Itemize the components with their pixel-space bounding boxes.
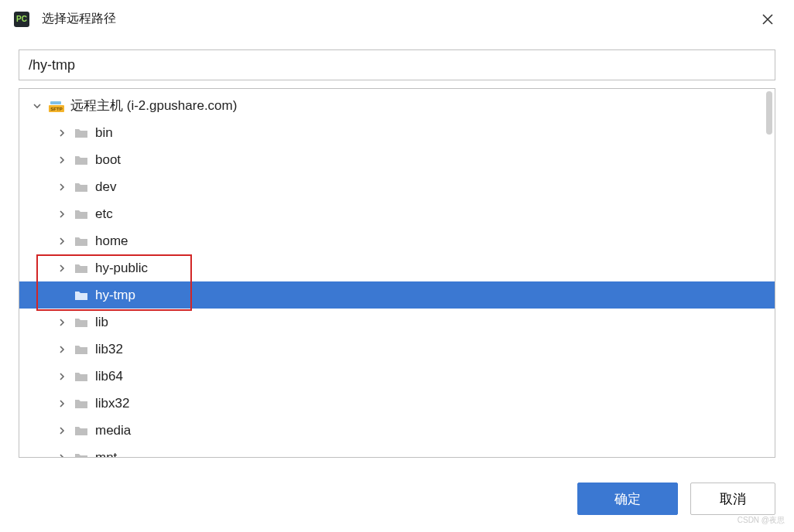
close-icon bbox=[762, 14, 773, 25]
cancel-button[interactable]: 取消 bbox=[690, 483, 775, 515]
tree-root-label: 远程主机 (i-2.gpushare.com) bbox=[70, 97, 237, 114]
tree-item-lib32[interactable]: lib32 bbox=[19, 336, 775, 363]
folder-icon bbox=[74, 126, 89, 140]
tree-item-lib[interactable]: lib bbox=[19, 309, 775, 336]
svg-text:SFTP: SFTP bbox=[50, 107, 62, 111]
folder-icon bbox=[74, 153, 89, 167]
button-bar: 确定 取消 bbox=[577, 483, 775, 515]
folder-icon bbox=[74, 451, 89, 458]
tree-item-label: etc bbox=[95, 206, 113, 222]
chevron-right-icon[interactable] bbox=[55, 234, 69, 248]
chevron-right-icon[interactable] bbox=[55, 153, 69, 167]
tree-item-libx32[interactable]: libx32 bbox=[19, 390, 775, 417]
path-input-container bbox=[19, 49, 775, 80]
tree-item-etc[interactable]: etc bbox=[19, 200, 775, 227]
chevron-right-icon[interactable] bbox=[55, 370, 69, 384]
tree-item-media[interactable]: media bbox=[19, 417, 775, 444]
tree-item-label: lib bbox=[95, 315, 108, 330]
tree-item-label: dev bbox=[95, 179, 116, 195]
sftp-icon: SFTP bbox=[49, 99, 64, 113]
scrollbar[interactable] bbox=[763, 90, 774, 456]
chevron-down-icon[interactable] bbox=[30, 99, 44, 113]
chevron-right-icon[interactable] bbox=[55, 451, 69, 458]
folder-icon bbox=[74, 424, 89, 438]
chevron-right-icon[interactable] bbox=[55, 424, 69, 438]
tree-item-label: lib32 bbox=[95, 342, 123, 357]
folder-icon bbox=[74, 207, 89, 221]
svg-rect-0 bbox=[50, 101, 61, 104]
tree-item-label: mnt bbox=[95, 450, 117, 458]
path-input[interactable] bbox=[19, 49, 775, 80]
folder-icon bbox=[74, 370, 89, 384]
tree-item-boot[interactable]: boot bbox=[19, 146, 775, 173]
chevron-right-icon[interactable] bbox=[55, 315, 69, 329]
tree-item-bin[interactable]: bin bbox=[19, 119, 775, 146]
tree-item-label: bin bbox=[95, 125, 113, 141]
tree-item-label: media bbox=[95, 423, 131, 438]
title-bar: PC 选择远程路径 bbox=[0, 0, 794, 39]
folder-icon bbox=[74, 288, 89, 302]
chevron-right-icon[interactable] bbox=[55, 343, 69, 356]
folder-icon bbox=[74, 234, 89, 248]
folder-icon bbox=[74, 343, 89, 356]
tree-item-hy-tmp[interactable]: hy-tmp bbox=[19, 281, 775, 309]
tree-item-label: boot bbox=[95, 152, 121, 168]
tree-item-label: libx32 bbox=[95, 396, 129, 411]
tree-container: SFTP 远程主机 (i-2.gpushare.com) binbootdeve… bbox=[19, 88, 775, 458]
folder-icon bbox=[74, 315, 89, 329]
tree-item-lib64[interactable]: lib64 bbox=[19, 363, 775, 390]
tree-item-hy-public[interactable]: hy-public bbox=[19, 254, 775, 281]
chevron-right-icon[interactable] bbox=[55, 261, 69, 275]
watermark: CSDN @夜思 bbox=[738, 515, 785, 526]
tree-item-label: hy-tmp bbox=[95, 288, 135, 303]
folder-icon bbox=[74, 261, 89, 275]
tree-item-dev[interactable]: dev bbox=[19, 173, 775, 200]
close-button[interactable] bbox=[755, 7, 780, 32]
tree-root[interactable]: SFTP 远程主机 (i-2.gpushare.com) bbox=[19, 92, 775, 119]
folder-icon bbox=[74, 180, 89, 194]
tree-item-label: lib64 bbox=[95, 369, 123, 384]
chevron-right-icon[interactable] bbox=[55, 126, 69, 140]
scrollbar-thumb[interactable] bbox=[766, 91, 772, 135]
chevron-right-icon[interactable] bbox=[55, 180, 69, 194]
folder-icon bbox=[74, 397, 89, 411]
ok-button[interactable]: 确定 bbox=[577, 483, 678, 515]
tree-item-label: hy-public bbox=[95, 261, 148, 276]
tree-item-mnt[interactable]: mnt bbox=[19, 444, 775, 457]
pycharm-icon: PC bbox=[14, 12, 29, 27]
chevron-right-icon[interactable] bbox=[55, 207, 69, 221]
tree-item-home[interactable]: home bbox=[19, 227, 775, 254]
tree-body[interactable]: SFTP 远程主机 (i-2.gpushare.com) binbootdeve… bbox=[19, 89, 775, 457]
window-title: 选择远程路径 bbox=[42, 11, 743, 27]
tree-item-label: home bbox=[95, 234, 128, 249]
chevron-right-icon[interactable] bbox=[55, 397, 69, 411]
